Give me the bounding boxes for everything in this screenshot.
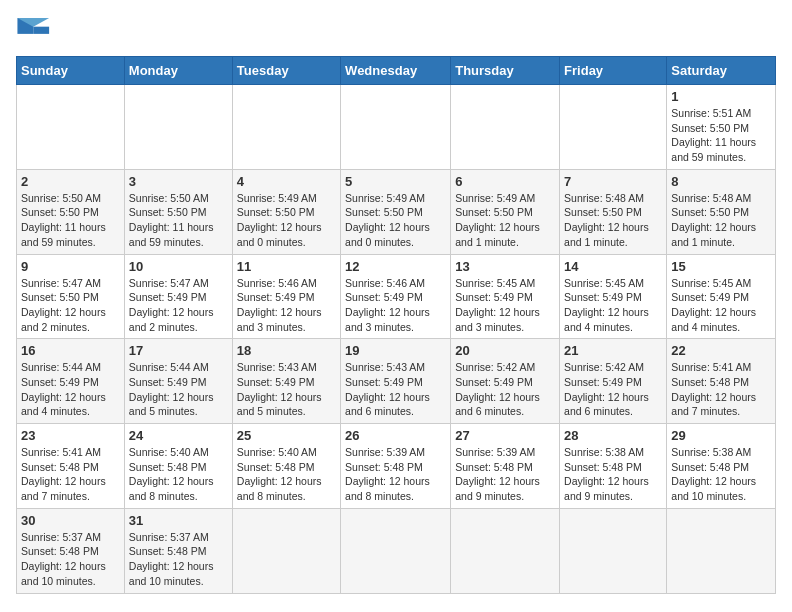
day-info: Sunrise: 5:50 AM Sunset: 5:50 PM Dayligh…	[21, 191, 120, 250]
day-info: Sunrise: 5:39 AM Sunset: 5:48 PM Dayligh…	[455, 445, 555, 504]
day-cell: 19Sunrise: 5:43 AM Sunset: 5:49 PM Dayli…	[341, 339, 451, 424]
day-number: 8	[671, 174, 771, 189]
day-info: Sunrise: 5:39 AM Sunset: 5:48 PM Dayligh…	[345, 445, 446, 504]
weekday-header-wednesday: Wednesday	[341, 57, 451, 85]
day-number: 5	[345, 174, 446, 189]
day-info: Sunrise: 5:45 AM Sunset: 5:49 PM Dayligh…	[564, 276, 662, 335]
day-cell: 24Sunrise: 5:40 AM Sunset: 5:48 PM Dayli…	[124, 424, 232, 509]
day-cell: 13Sunrise: 5:45 AM Sunset: 5:49 PM Dayli…	[451, 254, 560, 339]
day-cell: 20Sunrise: 5:42 AM Sunset: 5:49 PM Dayli…	[451, 339, 560, 424]
day-cell: 27Sunrise: 5:39 AM Sunset: 5:48 PM Dayli…	[451, 424, 560, 509]
day-cell: 17Sunrise: 5:44 AM Sunset: 5:49 PM Dayli…	[124, 339, 232, 424]
day-info: Sunrise: 5:45 AM Sunset: 5:49 PM Dayligh…	[671, 276, 771, 335]
day-number: 28	[564, 428, 662, 443]
calendar: SundayMondayTuesdayWednesdayThursdayFrid…	[16, 56, 776, 594]
day-cell	[560, 85, 667, 170]
day-number: 16	[21, 343, 120, 358]
day-cell: 1Sunrise: 5:51 AM Sunset: 5:50 PM Daylig…	[667, 85, 776, 170]
day-number: 31	[129, 513, 228, 528]
day-number: 1	[671, 89, 771, 104]
day-number: 13	[455, 259, 555, 274]
day-number: 21	[564, 343, 662, 358]
day-cell: 3Sunrise: 5:50 AM Sunset: 5:50 PM Daylig…	[124, 169, 232, 254]
weekday-header-saturday: Saturday	[667, 57, 776, 85]
day-info: Sunrise: 5:45 AM Sunset: 5:49 PM Dayligh…	[455, 276, 555, 335]
week-row-2: 9Sunrise: 5:47 AM Sunset: 5:50 PM Daylig…	[17, 254, 776, 339]
day-cell: 30Sunrise: 5:37 AM Sunset: 5:48 PM Dayli…	[17, 508, 125, 593]
day-info: Sunrise: 5:38 AM Sunset: 5:48 PM Dayligh…	[671, 445, 771, 504]
header	[16, 16, 776, 46]
day-number: 4	[237, 174, 336, 189]
day-cell: 22Sunrise: 5:41 AM Sunset: 5:48 PM Dayli…	[667, 339, 776, 424]
day-number: 29	[671, 428, 771, 443]
day-cell: 12Sunrise: 5:46 AM Sunset: 5:49 PM Dayli…	[341, 254, 451, 339]
svg-rect-1	[33, 27, 49, 34]
day-number: 11	[237, 259, 336, 274]
day-number: 23	[21, 428, 120, 443]
day-info: Sunrise: 5:41 AM Sunset: 5:48 PM Dayligh…	[671, 360, 771, 419]
week-row-0: 1Sunrise: 5:51 AM Sunset: 5:50 PM Daylig…	[17, 85, 776, 170]
day-number: 18	[237, 343, 336, 358]
day-cell	[451, 508, 560, 593]
weekday-header-sunday: Sunday	[17, 57, 125, 85]
day-info: Sunrise: 5:46 AM Sunset: 5:49 PM Dayligh…	[237, 276, 336, 335]
day-info: Sunrise: 5:49 AM Sunset: 5:50 PM Dayligh…	[455, 191, 555, 250]
day-number: 7	[564, 174, 662, 189]
day-info: Sunrise: 5:43 AM Sunset: 5:49 PM Dayligh…	[237, 360, 336, 419]
day-number: 6	[455, 174, 555, 189]
day-number: 10	[129, 259, 228, 274]
day-number: 19	[345, 343, 446, 358]
day-info: Sunrise: 5:46 AM Sunset: 5:49 PM Dayligh…	[345, 276, 446, 335]
day-number: 3	[129, 174, 228, 189]
day-cell: 28Sunrise: 5:38 AM Sunset: 5:48 PM Dayli…	[560, 424, 667, 509]
day-info: Sunrise: 5:49 AM Sunset: 5:50 PM Dayligh…	[237, 191, 336, 250]
week-row-5: 30Sunrise: 5:37 AM Sunset: 5:48 PM Dayli…	[17, 508, 776, 593]
day-cell	[560, 508, 667, 593]
day-cell: 6Sunrise: 5:49 AM Sunset: 5:50 PM Daylig…	[451, 169, 560, 254]
day-info: Sunrise: 5:40 AM Sunset: 5:48 PM Dayligh…	[129, 445, 228, 504]
weekday-header-row: SundayMondayTuesdayWednesdayThursdayFrid…	[17, 57, 776, 85]
day-cell: 31Sunrise: 5:37 AM Sunset: 5:48 PM Dayli…	[124, 508, 232, 593]
day-number: 2	[21, 174, 120, 189]
day-info: Sunrise: 5:48 AM Sunset: 5:50 PM Dayligh…	[564, 191, 662, 250]
day-cell	[17, 85, 125, 170]
day-cell: 10Sunrise: 5:47 AM Sunset: 5:49 PM Dayli…	[124, 254, 232, 339]
day-cell: 15Sunrise: 5:45 AM Sunset: 5:49 PM Dayli…	[667, 254, 776, 339]
day-info: Sunrise: 5:43 AM Sunset: 5:49 PM Dayligh…	[345, 360, 446, 419]
day-number: 22	[671, 343, 771, 358]
day-info: Sunrise: 5:44 AM Sunset: 5:49 PM Dayligh…	[129, 360, 228, 419]
weekday-header-thursday: Thursday	[451, 57, 560, 85]
day-info: Sunrise: 5:50 AM Sunset: 5:50 PM Dayligh…	[129, 191, 228, 250]
day-cell: 9Sunrise: 5:47 AM Sunset: 5:50 PM Daylig…	[17, 254, 125, 339]
generalblue-logo-icon	[16, 16, 52, 46]
day-info: Sunrise: 5:47 AM Sunset: 5:49 PM Dayligh…	[129, 276, 228, 335]
day-info: Sunrise: 5:41 AM Sunset: 5:48 PM Dayligh…	[21, 445, 120, 504]
day-info: Sunrise: 5:42 AM Sunset: 5:49 PM Dayligh…	[455, 360, 555, 419]
day-number: 27	[455, 428, 555, 443]
day-info: Sunrise: 5:44 AM Sunset: 5:49 PM Dayligh…	[21, 360, 120, 419]
day-info: Sunrise: 5:37 AM Sunset: 5:48 PM Dayligh…	[21, 530, 120, 589]
day-number: 20	[455, 343, 555, 358]
day-number: 15	[671, 259, 771, 274]
day-cell	[124, 85, 232, 170]
day-cell: 11Sunrise: 5:46 AM Sunset: 5:49 PM Dayli…	[232, 254, 340, 339]
day-cell	[341, 508, 451, 593]
day-cell	[232, 508, 340, 593]
day-number: 14	[564, 259, 662, 274]
day-info: Sunrise: 5:37 AM Sunset: 5:48 PM Dayligh…	[129, 530, 228, 589]
day-info: Sunrise: 5:49 AM Sunset: 5:50 PM Dayligh…	[345, 191, 446, 250]
weekday-header-monday: Monday	[124, 57, 232, 85]
day-cell: 14Sunrise: 5:45 AM Sunset: 5:49 PM Dayli…	[560, 254, 667, 339]
day-info: Sunrise: 5:40 AM Sunset: 5:48 PM Dayligh…	[237, 445, 336, 504]
day-cell: 7Sunrise: 5:48 AM Sunset: 5:50 PM Daylig…	[560, 169, 667, 254]
day-info: Sunrise: 5:38 AM Sunset: 5:48 PM Dayligh…	[564, 445, 662, 504]
day-info: Sunrise: 5:47 AM Sunset: 5:50 PM Dayligh…	[21, 276, 120, 335]
day-cell: 8Sunrise: 5:48 AM Sunset: 5:50 PM Daylig…	[667, 169, 776, 254]
day-info: Sunrise: 5:51 AM Sunset: 5:50 PM Dayligh…	[671, 106, 771, 165]
week-row-4: 23Sunrise: 5:41 AM Sunset: 5:48 PM Dayli…	[17, 424, 776, 509]
day-cell: 29Sunrise: 5:38 AM Sunset: 5:48 PM Dayli…	[667, 424, 776, 509]
day-cell: 2Sunrise: 5:50 AM Sunset: 5:50 PM Daylig…	[17, 169, 125, 254]
day-cell: 16Sunrise: 5:44 AM Sunset: 5:49 PM Dayli…	[17, 339, 125, 424]
day-cell: 25Sunrise: 5:40 AM Sunset: 5:48 PM Dayli…	[232, 424, 340, 509]
day-number: 12	[345, 259, 446, 274]
